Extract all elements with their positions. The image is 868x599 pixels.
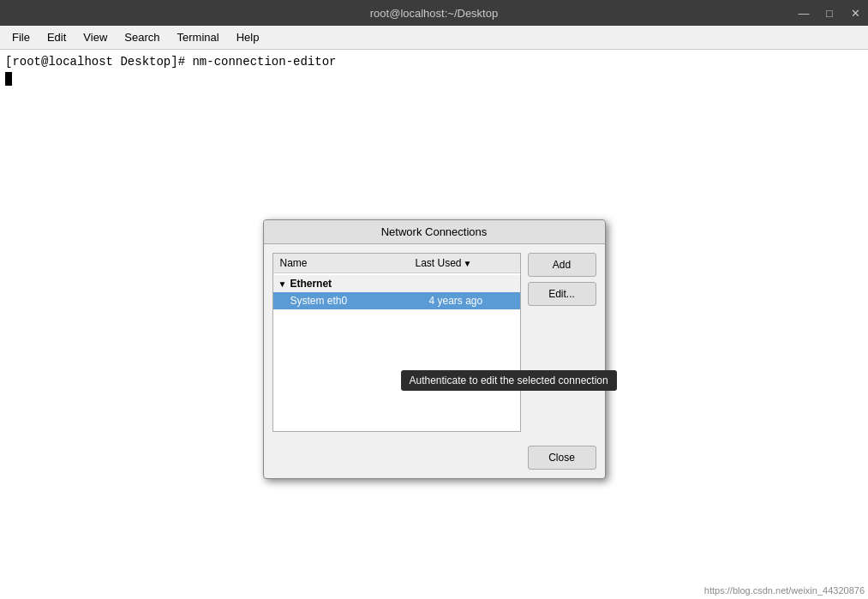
menu-search[interactable]: Search xyxy=(116,29,168,45)
terminal-line-2 xyxy=(5,70,863,87)
header-last-used: Last Used ▼ xyxy=(409,254,520,273)
dialog-overlay: Network Connections Name Last Used ▼ xyxy=(0,99,868,599)
watermark: https://blog.csdn.net/weixin_44320876 xyxy=(704,585,865,596)
terminal-content: [root@localhost Desktop]# nm-connection-… xyxy=(0,50,868,599)
network-connections-dialog: Network Connections Name Last Used ▼ xyxy=(263,219,606,479)
section-header-ethernet: ▼ Ethernet xyxy=(273,275,520,292)
menu-bar: File Edit View Search Terminal Help xyxy=(0,26,868,50)
connection-time: 4 years ago xyxy=(429,295,515,307)
terminal-cursor xyxy=(5,72,12,86)
title-bar-controls: — □ ✕ xyxy=(791,0,868,26)
close-button[interactable]: ✕ xyxy=(842,0,868,26)
button-column: Add Edit... xyxy=(528,253,596,432)
edit-button[interactable]: Edit... xyxy=(528,282,596,306)
terminal-window: root@localhost:~/Desktop — □ ✕ File Edit… xyxy=(0,0,868,599)
dialog-title: Network Connections xyxy=(264,220,605,244)
menu-help[interactable]: Help xyxy=(228,29,268,45)
list-header: Name Last Used ▼ xyxy=(273,254,520,273)
connection-list: Name Last Used ▼ ▼ Ethernet xyxy=(272,253,521,432)
last-used-dropdown-icon[interactable]: ▼ xyxy=(464,259,472,268)
connection-name: System eth0 xyxy=(290,295,429,307)
add-button[interactable]: Add xyxy=(528,253,596,277)
ethernet-section: ▼ Ethernet System eth0 4 years ago xyxy=(273,273,520,311)
terminal-command: [root@localhost Desktop]# nm-connection-… xyxy=(5,55,336,69)
menu-file[interactable]: File xyxy=(3,29,39,45)
menu-edit[interactable]: Edit xyxy=(39,29,75,45)
menu-view[interactable]: View xyxy=(75,29,116,45)
maximize-button[interactable]: □ xyxy=(817,0,842,26)
connection-item-eth0[interactable]: System eth0 4 years ago xyxy=(273,292,520,309)
minimize-button[interactable]: — xyxy=(791,0,817,26)
header-name: Name xyxy=(273,254,409,273)
title-bar-text: root@localhost:~/Desktop xyxy=(370,7,498,20)
dialog-body: Name Last Used ▼ ▼ Ethernet xyxy=(264,244,605,440)
list-empty-area xyxy=(273,311,520,431)
title-bar: root@localhost:~/Desktop — □ ✕ xyxy=(0,0,868,26)
terminal-line-1: [root@localhost Desktop]# nm-connection-… xyxy=(5,53,863,70)
dialog-footer: Close xyxy=(264,440,605,478)
menu-terminal[interactable]: Terminal xyxy=(169,29,228,45)
section-arrow-icon: ▼ xyxy=(278,279,287,289)
section-name: Ethernet xyxy=(290,278,332,290)
close-dialog-button[interactable]: Close xyxy=(528,446,596,470)
